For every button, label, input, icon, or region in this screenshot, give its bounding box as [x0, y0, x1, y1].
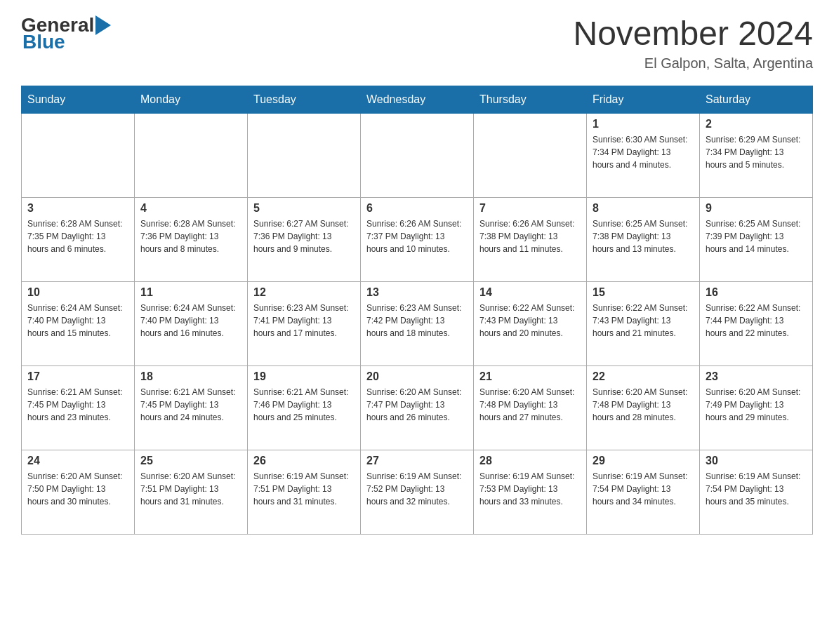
day-number: 24: [27, 455, 128, 467]
calendar-cell: 1Sunrise: 6:30 AM Sunset: 7:34 PM Daylig…: [587, 114, 700, 198]
calendar-table: SundayMondayTuesdayWednesdayThursdayFrid…: [21, 86, 813, 535]
day-info: Sunrise: 6:19 AM Sunset: 7:52 PM Dayligh…: [366, 470, 468, 508]
day-info: Sunrise: 6:20 AM Sunset: 7:47 PM Dayligh…: [366, 386, 468, 424]
calendar-week-row: 24Sunrise: 6:20 AM Sunset: 7:50 PM Dayli…: [22, 450, 813, 535]
calendar-cell: 25Sunrise: 6:20 AM Sunset: 7:51 PM Dayli…: [135, 450, 248, 535]
calendar-cell: 12Sunrise: 6:23 AM Sunset: 7:41 PM Dayli…: [248, 282, 361, 366]
calendar-week-row: 3Sunrise: 6:28 AM Sunset: 7:35 PM Daylig…: [22, 198, 813, 282]
day-number: 7: [479, 202, 581, 215]
calendar-cell: 4Sunrise: 6:28 AM Sunset: 7:36 PM Daylig…: [135, 198, 248, 282]
day-info: Sunrise: 6:19 AM Sunset: 7:54 PM Dayligh…: [706, 470, 807, 508]
calendar-cell: 13Sunrise: 6:23 AM Sunset: 7:42 PM Dayli…: [361, 282, 474, 366]
day-of-week-header: Friday: [587, 86, 700, 114]
day-number: 20: [366, 370, 468, 383]
day-number: 1: [593, 118, 694, 130]
day-info: Sunrise: 6:30 AM Sunset: 7:34 PM Dayligh…: [593, 133, 694, 171]
day-info: Sunrise: 6:20 AM Sunset: 7:49 PM Dayligh…: [706, 386, 807, 424]
day-number: 8: [593, 202, 694, 215]
calendar-cell: 10Sunrise: 6:24 AM Sunset: 7:40 PM Dayli…: [22, 282, 135, 366]
calendar-cell: 21Sunrise: 6:20 AM Sunset: 7:48 PM Dayli…: [474, 366, 587, 450]
day-number: 30: [706, 455, 807, 467]
calendar-cell: 16Sunrise: 6:22 AM Sunset: 7:44 PM Dayli…: [700, 282, 813, 366]
day-number: 27: [366, 455, 468, 467]
calendar-cell: 20Sunrise: 6:20 AM Sunset: 7:47 PM Dayli…: [361, 366, 474, 450]
location-text: El Galpon, Salta, Argentina: [573, 55, 813, 72]
day-number: 17: [27, 370, 128, 383]
logo-area: General Blue: [21, 14, 113, 53]
day-number: 29: [593, 455, 694, 467]
calendar-cell: 15Sunrise: 6:22 AM Sunset: 7:43 PM Dayli…: [587, 282, 700, 366]
day-of-week-header: Tuesday: [248, 86, 361, 114]
days-of-week-row: SundayMondayTuesdayWednesdayThursdayFrid…: [22, 86, 813, 114]
calendar-cell: 26Sunrise: 6:19 AM Sunset: 7:51 PM Dayli…: [248, 450, 361, 535]
calendar-cell: [248, 114, 361, 198]
calendar-cell: 11Sunrise: 6:24 AM Sunset: 7:40 PM Dayli…: [135, 282, 248, 366]
calendar-cell: 5Sunrise: 6:27 AM Sunset: 7:36 PM Daylig…: [248, 198, 361, 282]
day-info: Sunrise: 6:23 AM Sunset: 7:42 PM Dayligh…: [366, 302, 468, 340]
day-number: 16: [706, 286, 807, 299]
day-info: Sunrise: 6:26 AM Sunset: 7:37 PM Dayligh…: [366, 217, 468, 255]
day-number: 22: [593, 370, 694, 383]
calendar-cell: 24Sunrise: 6:20 AM Sunset: 7:50 PM Dayli…: [22, 450, 135, 535]
day-of-week-header: Wednesday: [361, 86, 474, 114]
day-info: Sunrise: 6:25 AM Sunset: 7:39 PM Dayligh…: [706, 217, 807, 255]
day-info: Sunrise: 6:21 AM Sunset: 7:45 PM Dayligh…: [27, 386, 128, 424]
day-info: Sunrise: 6:20 AM Sunset: 7:48 PM Dayligh…: [479, 386, 581, 424]
calendar-week-row: 1Sunrise: 6:30 AM Sunset: 7:34 PM Daylig…: [22, 114, 813, 198]
calendar-body: 1Sunrise: 6:30 AM Sunset: 7:34 PM Daylig…: [22, 114, 813, 535]
day-number: 4: [140, 202, 241, 215]
calendar-cell: 23Sunrise: 6:20 AM Sunset: 7:49 PM Dayli…: [700, 366, 813, 450]
calendar-cell: 3Sunrise: 6:28 AM Sunset: 7:35 PM Daylig…: [22, 198, 135, 282]
day-info: Sunrise: 6:28 AM Sunset: 7:35 PM Dayligh…: [27, 217, 128, 255]
month-title: November 2024: [573, 14, 813, 53]
day-of-week-header: Sunday: [22, 86, 135, 114]
day-info: Sunrise: 6:19 AM Sunset: 7:51 PM Dayligh…: [253, 470, 355, 508]
day-info: Sunrise: 6:22 AM Sunset: 7:44 PM Dayligh…: [706, 302, 807, 340]
calendar-cell: 17Sunrise: 6:21 AM Sunset: 7:45 PM Dayli…: [22, 366, 135, 450]
calendar-cell: 27Sunrise: 6:19 AM Sunset: 7:52 PM Dayli…: [361, 450, 474, 535]
calendar-cell: 7Sunrise: 6:26 AM Sunset: 7:38 PM Daylig…: [474, 198, 587, 282]
day-number: 26: [253, 455, 355, 467]
calendar-cell: 29Sunrise: 6:19 AM Sunset: 7:54 PM Dayli…: [587, 450, 700, 535]
day-info: Sunrise: 6:20 AM Sunset: 7:51 PM Dayligh…: [140, 470, 241, 508]
day-number: 5: [253, 202, 355, 215]
day-number: 15: [593, 286, 694, 299]
day-number: 19: [253, 370, 355, 383]
day-info: Sunrise: 6:24 AM Sunset: 7:40 PM Dayligh…: [140, 302, 241, 340]
day-info: Sunrise: 6:26 AM Sunset: 7:38 PM Dayligh…: [479, 217, 581, 255]
day-info: Sunrise: 6:28 AM Sunset: 7:36 PM Dayligh…: [140, 217, 241, 255]
day-number: 10: [27, 286, 128, 299]
day-number: 6: [366, 202, 468, 215]
day-info: Sunrise: 6:20 AM Sunset: 7:48 PM Dayligh…: [593, 386, 694, 424]
day-number: 3: [27, 202, 128, 215]
calendar-cell: [135, 114, 248, 198]
calendar-cell: [22, 114, 135, 198]
day-number: 9: [706, 202, 807, 215]
day-number: 12: [253, 286, 355, 299]
calendar-week-row: 10Sunrise: 6:24 AM Sunset: 7:40 PM Dayli…: [22, 282, 813, 366]
logo-blue-text: Blue: [22, 31, 65, 53]
day-info: Sunrise: 6:25 AM Sunset: 7:38 PM Dayligh…: [593, 217, 694, 255]
calendar-cell: 18Sunrise: 6:21 AM Sunset: 7:45 PM Dayli…: [135, 366, 248, 450]
day-info: Sunrise: 6:22 AM Sunset: 7:43 PM Dayligh…: [593, 302, 694, 340]
title-area: November 2024 El Galpon, Salta, Argentin…: [573, 14, 813, 72]
day-info: Sunrise: 6:19 AM Sunset: 7:53 PM Dayligh…: [479, 470, 581, 508]
calendar-cell: 6Sunrise: 6:26 AM Sunset: 7:37 PM Daylig…: [361, 198, 474, 282]
day-info: Sunrise: 6:19 AM Sunset: 7:54 PM Dayligh…: [593, 470, 694, 508]
day-number: 11: [140, 286, 241, 299]
day-info: Sunrise: 6:22 AM Sunset: 7:43 PM Dayligh…: [479, 302, 581, 340]
day-number: 14: [479, 286, 581, 299]
day-info: Sunrise: 6:21 AM Sunset: 7:46 PM Dayligh…: [253, 386, 355, 424]
calendar-cell: 30Sunrise: 6:19 AM Sunset: 7:54 PM Dayli…: [700, 450, 813, 535]
day-info: Sunrise: 6:27 AM Sunset: 7:36 PM Dayligh…: [253, 217, 355, 255]
calendar-cell: 22Sunrise: 6:20 AM Sunset: 7:48 PM Dayli…: [587, 366, 700, 450]
logo-arrow-icon: [95, 15, 111, 35]
day-number: 21: [479, 370, 581, 383]
day-of-week-header: Saturday: [700, 86, 813, 114]
day-number: 13: [366, 286, 468, 299]
day-number: 23: [706, 370, 807, 383]
day-of-week-header: Monday: [135, 86, 248, 114]
calendar-cell: [474, 114, 587, 198]
calendar-cell: 14Sunrise: 6:22 AM Sunset: 7:43 PM Dayli…: [474, 282, 587, 366]
calendar-cell: 8Sunrise: 6:25 AM Sunset: 7:38 PM Daylig…: [587, 198, 700, 282]
